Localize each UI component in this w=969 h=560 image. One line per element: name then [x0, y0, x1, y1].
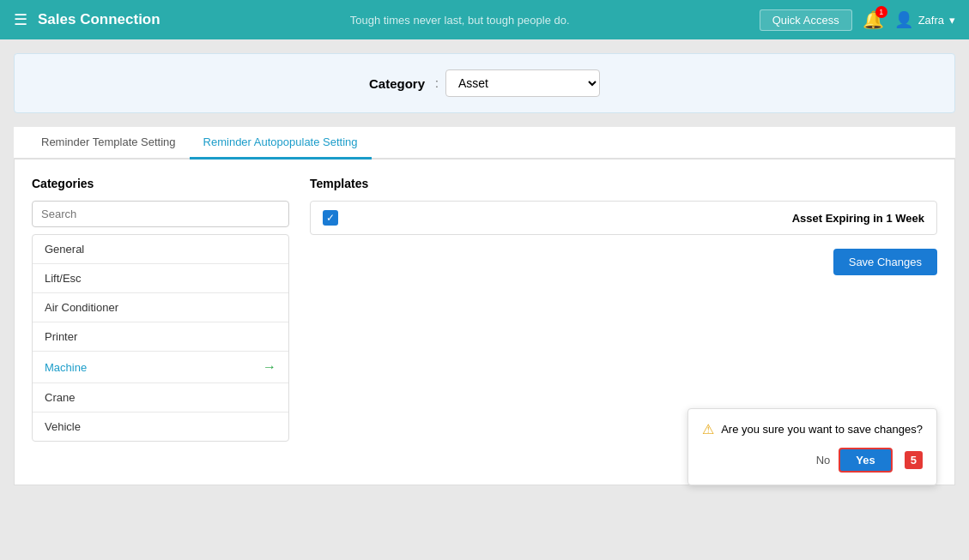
confirm-dialog: ⚠ Are you sure you want to save changes?…	[687, 408, 937, 485]
user-avatar-icon: 👤	[894, 10, 913, 29]
categories-column: Categories General Lift/Esc Air Conditio…	[32, 177, 289, 442]
template-row: ✓ Asset Expiring in 1 Week	[310, 201, 937, 235]
category-item-label: Air Conditioner	[45, 301, 118, 314]
category-item-label: Vehicle	[45, 420, 81, 433]
content-panel: Categories General Lift/Esc Air Conditio…	[14, 160, 955, 485]
template-checkbox[interactable]: ✓	[323, 210, 338, 226]
chevron-down-icon: ▾	[949, 14, 955, 27]
notification-badge: 1	[875, 6, 887, 18]
save-changes-button[interactable]: Save Changes	[833, 249, 937, 275]
category-item-label: Crane	[45, 391, 75, 404]
app-title: Sales Connection	[38, 11, 160, 28]
tabs-bar: Reminder Template Setting Reminder Autop…	[14, 127, 955, 160]
badge-5: 5	[905, 451, 923, 469]
arrow-right-icon: →	[263, 359, 276, 375]
header: ☰ Sales Connection Tough times never las…	[0, 0, 969, 39]
two-column-layout: Categories General Lift/Esc Air Conditio…	[32, 177, 937, 442]
category-item-label: Machine	[45, 361, 87, 374]
search-input[interactable]	[32, 201, 289, 227]
category-label: Category	[369, 76, 425, 91]
warning-icon: ⚠	[702, 421, 714, 437]
header-right: Quick Access 🔔 1 👤 Zafra ▾	[760, 9, 955, 31]
main-wrapper: Category : Asset Other Reminder Template…	[0, 39, 969, 560]
confirm-text: Are you sure you want to save changes?	[721, 423, 923, 436]
category-item-label: Lift/Esc	[45, 272, 82, 285]
no-button[interactable]: No	[816, 454, 831, 467]
confirm-message: ⚠ Are you sure you want to save changes?	[702, 421, 923, 437]
tab-reminder-template[interactable]: Reminder Template Setting	[27, 127, 190, 160]
category-select[interactable]: Asset Other	[445, 69, 600, 97]
user-name: Zafra	[918, 14, 944, 27]
list-item[interactable]: Air Conditioner	[33, 293, 288, 322]
notification-bell[interactable]: 🔔 1	[863, 9, 884, 30]
category-item-label: Printer	[45, 330, 77, 343]
list-item[interactable]: Crane	[33, 383, 288, 412]
confirm-buttons: No Yes 5	[702, 448, 923, 473]
tab-reminder-autopopulate[interactable]: Reminder Autopopulate Setting	[190, 127, 372, 160]
list-item[interactable]: Printer	[33, 322, 288, 352]
category-list: General Lift/Esc Air Conditioner Printer…	[32, 234, 289, 442]
list-item[interactable]: Vehicle	[33, 412, 288, 441]
list-item[interactable]: Machine →	[33, 352, 288, 383]
yes-button[interactable]: Yes	[839, 448, 892, 473]
category-item-label: General	[45, 243, 84, 256]
quick-access-button[interactable]: Quick Access	[760, 9, 852, 31]
categories-title: Categories	[32, 177, 289, 190]
templates-title: Templates	[310, 177, 937, 190]
template-name: Asset Expiring in 1 Week	[348, 212, 924, 225]
list-item[interactable]: General	[33, 235, 288, 264]
category-bar: Category : Asset Other	[14, 53, 955, 113]
templates-column: Templates ✓ Asset Expiring in 1 Week Sav…	[310, 177, 937, 442]
list-item[interactable]: Lift/Esc	[33, 264, 288, 293]
user-menu[interactable]: 👤 Zafra ▾	[894, 10, 955, 29]
menu-icon[interactable]: ☰	[14, 10, 27, 29]
header-tagline: Tough times never last, but tough people…	[171, 14, 749, 27]
